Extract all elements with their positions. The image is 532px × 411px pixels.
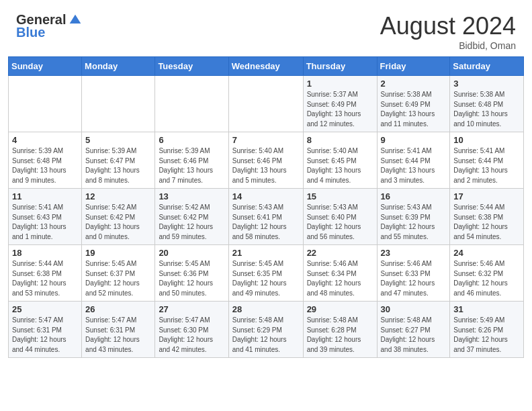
day-number: 13 [159, 191, 224, 201]
header-saturday: Saturday [450, 57, 524, 76]
day-number: 3 [453, 79, 520, 89]
day-number: 1 [307, 79, 373, 89]
day-info: Sunrise: 5:48 AM Sunset: 6:28 PM Dayligh… [307, 316, 373, 355]
month-title: August 2024 [380, 12, 516, 40]
day-info: Sunrise: 5:44 AM Sunset: 6:38 PM Dayligh… [453, 203, 520, 242]
calendar-cell: 22Sunrise: 5:46 AM Sunset: 6:34 PM Dayli… [303, 245, 377, 302]
day-info: Sunrise: 5:38 AM Sunset: 6:49 PM Dayligh… [381, 90, 447, 129]
calendar-cell: 21Sunrise: 5:45 AM Sunset: 6:35 PM Dayli… [228, 245, 303, 302]
calendar-cell: 5Sunrise: 5:39 AM Sunset: 6:47 PM Daylig… [82, 132, 155, 189]
day-number: 23 [381, 248, 447, 258]
logo-icon [69, 13, 82, 27]
calendar-cell: 13Sunrise: 5:42 AM Sunset: 6:42 PM Dayli… [155, 189, 228, 245]
day-number: 30 [381, 304, 447, 314]
calendar-cell: 6Sunrise: 5:39 AM Sunset: 6:46 PM Daylig… [155, 132, 228, 189]
title-area: August 2024 Bidbid, Oman [380, 12, 516, 51]
day-number: 6 [159, 135, 224, 145]
day-info: Sunrise: 5:46 AM Sunset: 6:33 PM Dayligh… [381, 259, 447, 298]
day-info: Sunrise: 5:47 AM Sunset: 6:31 PM Dayligh… [85, 316, 151, 355]
day-number: 5 [85, 135, 151, 145]
day-info: Sunrise: 5:41 AM Sunset: 6:44 PM Dayligh… [381, 146, 447, 185]
day-info: Sunrise: 5:45 AM Sunset: 6:36 PM Dayligh… [159, 259, 224, 298]
calendar-cell: 31Sunrise: 5:49 AM Sunset: 6:26 PM Dayli… [450, 302, 524, 358]
calendar-cell: 29Sunrise: 5:48 AM Sunset: 6:28 PM Dayli… [303, 302, 377, 358]
calendar-cell: 4Sunrise: 5:39 AM Sunset: 6:48 PM Daylig… [9, 132, 82, 189]
day-number: 16 [381, 191, 447, 201]
day-number: 18 [12, 248, 78, 258]
day-number: 2 [381, 79, 447, 89]
header-thursday: Thursday [303, 57, 377, 76]
day-info: Sunrise: 5:39 AM Sunset: 6:48 PM Dayligh… [12, 146, 78, 185]
calendar-cell [155, 76, 228, 132]
page-header: General Blue August 2024 Bidbid, Oman [0, 0, 532, 56]
day-info: Sunrise: 5:49 AM Sunset: 6:26 PM Dayligh… [453, 316, 520, 355]
day-info: Sunrise: 5:39 AM Sunset: 6:46 PM Dayligh… [159, 146, 224, 185]
calendar-cell: 18Sunrise: 5:44 AM Sunset: 6:38 PM Dayli… [9, 245, 82, 302]
day-info: Sunrise: 5:44 AM Sunset: 6:38 PM Dayligh… [12, 259, 78, 298]
header-wednesday: Wednesday [228, 57, 303, 76]
day-info: Sunrise: 5:40 AM Sunset: 6:45 PM Dayligh… [307, 146, 373, 185]
day-number: 22 [307, 248, 373, 258]
day-number: 14 [232, 191, 300, 201]
calendar-week-row: 25Sunrise: 5:47 AM Sunset: 6:31 PM Dayli… [9, 302, 524, 358]
header-tuesday: Tuesday [155, 57, 228, 76]
calendar-cell: 9Sunrise: 5:41 AM Sunset: 6:44 PM Daylig… [377, 132, 450, 189]
day-number: 10 [453, 135, 520, 145]
calendar-week-row: 4Sunrise: 5:39 AM Sunset: 6:48 PM Daylig… [9, 132, 524, 189]
calendar-week-row: 18Sunrise: 5:44 AM Sunset: 6:38 PM Dayli… [9, 245, 524, 302]
calendar-cell: 11Sunrise: 5:41 AM Sunset: 6:43 PM Dayli… [9, 189, 82, 245]
day-info: Sunrise: 5:48 AM Sunset: 6:27 PM Dayligh… [381, 316, 447, 355]
day-number: 12 [85, 191, 151, 201]
day-info: Sunrise: 5:46 AM Sunset: 6:34 PM Dayligh… [307, 259, 373, 298]
day-info: Sunrise: 5:37 AM Sunset: 6:49 PM Dayligh… [307, 90, 373, 129]
day-number: 9 [381, 135, 447, 145]
day-number: 29 [307, 304, 373, 314]
day-number: 31 [453, 304, 520, 314]
calendar-cell: 10Sunrise: 5:41 AM Sunset: 6:44 PM Dayli… [450, 132, 524, 189]
day-info: Sunrise: 5:45 AM Sunset: 6:35 PM Dayligh… [232, 259, 300, 298]
calendar-cell: 16Sunrise: 5:43 AM Sunset: 6:39 PM Dayli… [377, 189, 450, 245]
day-info: Sunrise: 5:42 AM Sunset: 6:42 PM Dayligh… [159, 203, 224, 242]
day-number: 25 [12, 304, 78, 314]
day-number: 21 [232, 248, 300, 258]
day-info: Sunrise: 5:43 AM Sunset: 6:39 PM Dayligh… [381, 203, 447, 242]
day-number: 26 [85, 304, 151, 314]
calendar-cell: 24Sunrise: 5:46 AM Sunset: 6:32 PM Dayli… [450, 245, 524, 302]
day-info: Sunrise: 5:48 AM Sunset: 6:29 PM Dayligh… [232, 316, 300, 355]
day-number: 7 [232, 135, 300, 145]
calendar-cell [9, 76, 82, 132]
day-number: 15 [307, 191, 373, 201]
svg-marker-0 [70, 14, 81, 23]
day-number: 11 [12, 191, 78, 201]
day-number: 20 [159, 248, 224, 258]
calendar-cell: 20Sunrise: 5:45 AM Sunset: 6:36 PM Dayli… [155, 245, 228, 302]
day-number: 19 [85, 248, 151, 258]
day-info: Sunrise: 5:41 AM Sunset: 6:44 PM Dayligh… [453, 146, 520, 185]
calendar-cell: 1Sunrise: 5:37 AM Sunset: 6:49 PM Daylig… [303, 76, 377, 132]
day-info: Sunrise: 5:47 AM Sunset: 6:31 PM Dayligh… [12, 316, 78, 355]
calendar-cell: 28Sunrise: 5:48 AM Sunset: 6:29 PM Dayli… [228, 302, 303, 358]
day-info: Sunrise: 5:38 AM Sunset: 6:48 PM Dayligh… [453, 90, 520, 129]
day-info: Sunrise: 5:42 AM Sunset: 6:42 PM Dayligh… [85, 203, 151, 242]
logo-blue-text: Blue [16, 25, 45, 40]
calendar-cell: 25Sunrise: 5:47 AM Sunset: 6:31 PM Dayli… [9, 302, 82, 358]
day-info: Sunrise: 5:41 AM Sunset: 6:43 PM Dayligh… [12, 203, 78, 242]
calendar-cell: 17Sunrise: 5:44 AM Sunset: 6:38 PM Dayli… [450, 189, 524, 245]
calendar-cell: 30Sunrise: 5:48 AM Sunset: 6:27 PM Dayli… [377, 302, 450, 358]
calendar-cell: 15Sunrise: 5:43 AM Sunset: 6:40 PM Dayli… [303, 189, 377, 245]
calendar-wrapper: Sunday Monday Tuesday Wednesday Thursday… [0, 56, 532, 366]
day-number: 8 [307, 135, 373, 145]
calendar-cell [82, 76, 155, 132]
calendar-week-row: 11Sunrise: 5:41 AM Sunset: 6:43 PM Dayli… [9, 189, 524, 245]
logo: General Blue [16, 12, 82, 40]
calendar-cell: 23Sunrise: 5:46 AM Sunset: 6:33 PM Dayli… [377, 245, 450, 302]
calendar-cell: 14Sunrise: 5:43 AM Sunset: 6:41 PM Dayli… [228, 189, 303, 245]
day-number: 17 [453, 191, 520, 201]
calendar-cell: 12Sunrise: 5:42 AM Sunset: 6:42 PM Dayli… [82, 189, 155, 245]
day-info: Sunrise: 5:45 AM Sunset: 6:37 PM Dayligh… [85, 259, 151, 298]
day-info: Sunrise: 5:43 AM Sunset: 6:40 PM Dayligh… [307, 203, 373, 242]
day-info: Sunrise: 5:47 AM Sunset: 6:30 PM Dayligh… [159, 316, 224, 355]
calendar-week-row: 1Sunrise: 5:37 AM Sunset: 6:49 PM Daylig… [9, 76, 524, 132]
day-number: 24 [453, 248, 520, 258]
day-info: Sunrise: 5:46 AM Sunset: 6:32 PM Dayligh… [453, 259, 520, 298]
